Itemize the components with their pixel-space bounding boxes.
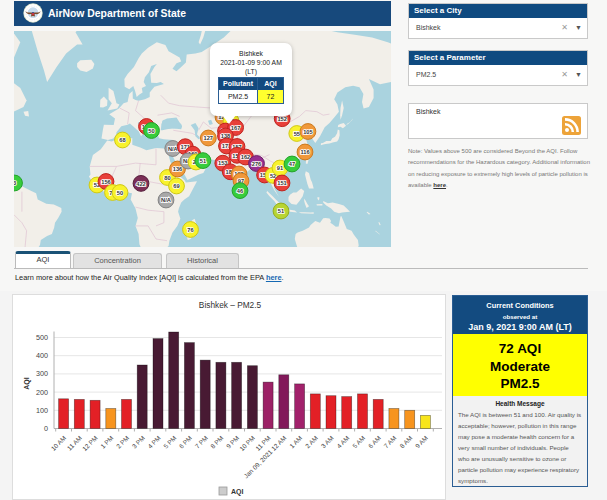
svg-text:6 PM: 6 PM [178,434,194,450]
svg-text:151: 151 [277,180,287,186]
svg-text:2 AM: 2 AM [304,434,319,449]
svg-text:3: 3 [14,180,16,186]
svg-text:2 PM: 2 PM [115,434,131,450]
svg-text:500: 500 [36,333,48,342]
svg-text:11 AM: 11 AM [66,434,83,451]
svg-text:69: 69 [173,183,179,189]
svg-text:N/A: N/A [168,146,178,152]
svg-text:136: 136 [173,166,183,172]
svg-text:422: 422 [136,181,146,187]
svg-text:127: 127 [204,135,214,141]
svg-text:3 PM: 3 PM [130,434,146,450]
svg-text:7 PM: 7 PM [193,434,209,450]
svg-text:50: 50 [117,190,123,196]
svg-text:8 PM: 8 PM [209,434,225,450]
svg-text:4 AM: 4 AM [335,434,350,449]
svg-text:9 AM: 9 AM [414,434,429,449]
svg-text:105: 105 [303,129,313,135]
svg-text:51: 51 [200,158,206,164]
svg-text:300: 300 [36,369,48,378]
svg-text:10 AM: 10 AM [50,434,68,452]
svg-text:5 PM: 5 PM [162,434,178,450]
svg-text:400: 400 [36,351,48,360]
svg-text:68: 68 [119,137,125,143]
svg-text:AQI: AQI [23,377,31,390]
svg-text:76: 76 [187,227,193,233]
svg-text:47: 47 [289,161,295,167]
svg-text:12 PM: 12 PM [81,434,99,452]
svg-text:10 PM: 10 PM [238,434,256,452]
svg-text:6 AM: 6 AM [367,434,382,449]
svg-text:51: 51 [278,208,284,214]
svg-text:4 PM: 4 PM [146,434,162,450]
svg-text:167: 167 [231,125,241,131]
svg-text:100: 100 [36,406,48,415]
svg-text:152: 152 [277,116,287,122]
svg-text:5 AM: 5 AM [351,434,366,449]
svg-text:3 AM: 3 AM [319,434,334,449]
svg-text:0: 0 [44,424,48,433]
svg-text:156: 156 [101,179,111,185]
svg-text:80: 80 [164,175,170,181]
svg-text:46: 46 [237,188,243,194]
svg-text:162: 162 [241,154,251,160]
svg-text:91: 91 [277,165,283,171]
svg-text:116: 116 [300,149,309,155]
svg-text:N/A: N/A [161,197,171,203]
svg-text:1 PM: 1 PM [99,434,115,450]
svg-text:200: 200 [36,388,48,397]
svg-text:1 AM: 1 AM [288,434,303,449]
svg-text:AQI: AQI [231,488,244,496]
svg-text:8 AM: 8 AM [398,434,413,449]
svg-text:50: 50 [148,128,154,134]
svg-text:55: 55 [294,131,300,137]
svg-text:276: 276 [252,161,262,167]
svg-text:7 AM: 7 AM [382,434,397,449]
